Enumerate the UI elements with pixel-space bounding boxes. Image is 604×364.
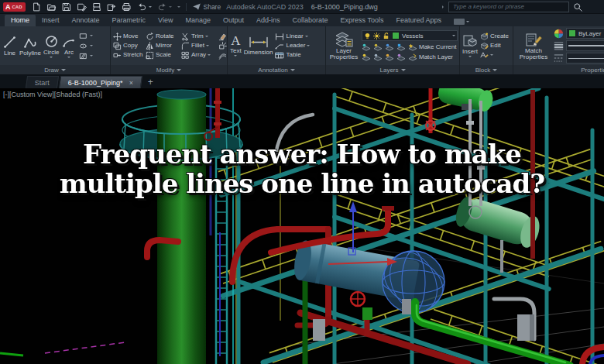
match-properties-tool[interactable]: Match Properties <box>516 32 551 60</box>
match-layer-tool[interactable]: Match Layer <box>408 53 453 61</box>
layer-state-icon-4[interactable] <box>396 43 406 51</box>
copy-tool[interactable]: Copy <box>113 42 144 50</box>
tab-annotate[interactable]: Annotate <box>66 15 106 26</box>
table-tool[interactable]: Table <box>275 51 310 59</box>
lineweight-dropdown[interactable]: ByLayer <box>566 40 604 51</box>
tab-insert[interactable]: Insert <box>36 15 66 26</box>
dimension-tool[interactable]: Dimension <box>244 36 273 56</box>
circle-tool[interactable]: Circle <box>43 34 59 58</box>
layer-state-icon-1[interactable] <box>362 43 371 51</box>
table-icon <box>275 52 284 59</box>
tab-view[interactable]: View <box>152 15 179 26</box>
trim-caret[interactable] <box>205 36 208 37</box>
layers-panel-label[interactable]: Layers <box>326 65 459 74</box>
layer-state-icon-2[interactable] <box>373 43 383 51</box>
tab-parametric[interactable]: Parametric <box>106 15 153 26</box>
layer-state-icon-8[interactable] <box>396 53 406 61</box>
edit-block-icon <box>480 42 489 50</box>
stretch-tool[interactable]: Stretch <box>113 51 144 60</box>
undo-icon <box>137 2 147 11</box>
circle-icon <box>44 34 59 49</box>
text-caret[interactable] <box>234 55 237 57</box>
tab-express-tools[interactable]: Express Tools <box>335 15 390 26</box>
draw-panel-label[interactable]: Draw <box>0 65 110 74</box>
print-icon[interactable] <box>122 2 132 12</box>
fillet-caret[interactable] <box>206 45 209 46</box>
tab-collaborate[interactable]: Collaborate <box>287 15 335 26</box>
qat-customize-caret[interactable] <box>177 6 180 8</box>
linear-dimension-tool[interactable]: Linear <box>275 33 310 40</box>
export-icon[interactable] <box>107 2 116 12</box>
array-tool[interactable]: Array <box>181 51 217 60</box>
search-expand-icon[interactable] <box>442 5 444 9</box>
move-tool[interactable]: Move <box>113 33 144 41</box>
search-input[interactable] <box>451 2 566 11</box>
panel-layers: Layer Properties Vessels Make Current <box>326 26 460 74</box>
layer-properties-tool[interactable]: Layer Properties <box>328 32 359 60</box>
line-tool[interactable]: Line <box>2 35 17 57</box>
tab-add-ins[interactable]: Add-ins <box>250 15 287 26</box>
annotation-panel-label[interactable]: Annotation <box>228 65 325 74</box>
drawing-viewport[interactable]: [-][Custom View][Shaded (Fast)] <box>0 88 604 364</box>
file-tab-start[interactable]: Start <box>26 76 59 88</box>
arc-tool[interactable]: Arc <box>61 34 76 58</box>
autocad-logo[interactable]: A CAD <box>3 2 26 12</box>
arc-caret[interactable] <box>67 57 70 58</box>
save-as-icon[interactable] <box>77 2 87 12</box>
undo-dropdown-caret[interactable] <box>149 6 152 8</box>
undo-button[interactable] <box>137 2 152 11</box>
rotate-tool[interactable]: Rotate <box>146 33 180 41</box>
block-attributes-tool[interactable] <box>480 51 509 59</box>
hatch-tool[interactable] <box>78 52 93 60</box>
redo-dropdown-caret[interactable] <box>169 6 172 8</box>
insert-caret[interactable] <box>468 56 472 57</box>
object-color-dropdown[interactable]: ByLayer <box>566 28 604 39</box>
offset-icon[interactable] <box>218 51 227 60</box>
rectangle-tool[interactable] <box>78 32 93 40</box>
create-block-tool[interactable]: Create <box>480 33 509 40</box>
circle-caret[interactable] <box>50 57 53 58</box>
close-tab-icon[interactable]: × <box>129 79 133 87</box>
text-tool[interactable]: A Text <box>230 35 242 57</box>
tab-home[interactable]: Home <box>5 15 36 26</box>
search-box[interactable] <box>448 2 569 12</box>
edit-block-tool[interactable]: Edit <box>480 42 509 50</box>
layer-state-icon-3[interactable] <box>385 43 394 51</box>
mirror-tool[interactable]: Mirror <box>146 42 180 50</box>
explode-icon[interactable] <box>218 42 227 50</box>
file-tab-document[interactable]: 6-B-1000_Piping* × <box>59 76 142 88</box>
layer-state-icon-5[interactable] <box>362 53 371 61</box>
layer-state-icon-7[interactable] <box>385 53 394 61</box>
layer-dropdown[interactable]: Vessels <box>362 30 458 41</box>
array-caret[interactable] <box>208 54 211 56</box>
polyline-tool[interactable]: Polyline <box>19 35 41 57</box>
ribbon-display-toggle[interactable] <box>454 19 469 25</box>
scale-tool[interactable]: Scale <box>146 51 180 60</box>
plot-icon[interactable] <box>92 2 101 12</box>
ellipse-tool[interactable] <box>78 42 93 50</box>
properties-panel-label[interactable]: Properties <box>513 65 604 74</box>
trim-tool[interactable]: Trim <box>181 33 217 41</box>
linear-caret[interactable] <box>305 36 308 37</box>
modify-panel-label[interactable]: Modify <box>111 65 227 74</box>
leader-tool[interactable]: Leader <box>275 42 310 50</box>
insert-block-tool[interactable]: Insert <box>462 34 478 57</box>
linetype-dropdown[interactable]: ByLayer <box>566 53 604 64</box>
viewport-controls[interactable]: [-][Custom View][Shaded (Fast)] <box>3 91 102 98</box>
block-panel-label[interactable]: Block <box>460 65 513 74</box>
new-file-icon[interactable] <box>32 2 41 12</box>
layer-state-icon-6[interactable] <box>373 53 383 61</box>
erase-icon[interactable] <box>218 33 227 41</box>
polyline-icon <box>23 35 38 50</box>
fillet-tool[interactable]: Fillet <box>181 42 217 50</box>
new-tab-button[interactable]: + <box>148 77 153 88</box>
tab-output[interactable]: Output <box>217 15 250 26</box>
redo-button[interactable] <box>157 2 172 11</box>
tab-manage[interactable]: Manage <box>179 15 217 26</box>
open-folder-icon[interactable] <box>46 2 57 12</box>
make-current-tool[interactable]: Make Current <box>408 43 456 51</box>
save-icon[interactable] <box>62 2 71 12</box>
leader-caret[interactable] <box>307 45 310 46</box>
tab-featured-apps[interactable]: Featured Apps <box>390 15 448 26</box>
search-icon[interactable] <box>573 2 582 12</box>
